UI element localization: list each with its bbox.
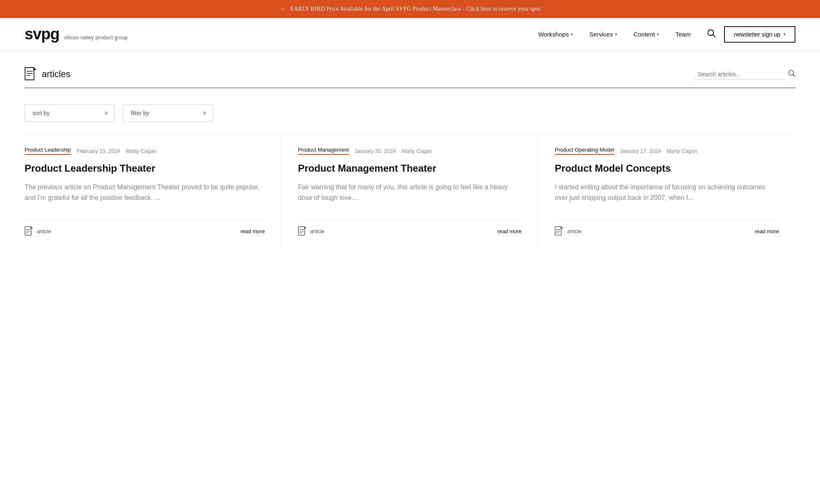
card-date: February 13, 2024: [77, 148, 120, 154]
articles-header: articles: [25, 67, 795, 88]
card-author: Marty Cagan: [126, 148, 156, 154]
article-card: Product Operating Model January 17, 2024…: [538, 134, 795, 248]
sort-by-select[interactable]: sort by: [25, 104, 115, 122]
chevron-down-icon: ▾: [571, 32, 573, 36]
card-footer: article read more: [25, 219, 265, 236]
card-type: article: [567, 228, 581, 234]
nav-item-content[interactable]: Content ▾: [633, 31, 659, 38]
card-excerpt: Fair warning that for many of you, this …: [298, 182, 522, 203]
articles-cards-grid: Product Leadership February 13, 2024 Mar…: [25, 134, 795, 248]
promo-banner[interactable]: → EARLY BIRD Price Available for the Apr…: [0, 0, 820, 18]
card-title[interactable]: Product Leadership Theater: [25, 162, 265, 175]
articles-section: articles sort by filter by: [0, 51, 820, 248]
site-header: svpg silicon valley product group Worksh…: [0, 18, 820, 51]
read-more-link[interactable]: read more: [755, 228, 779, 234]
search-icon: [788, 70, 795, 77]
card-title[interactable]: Product Model Concepts: [555, 162, 779, 175]
logo-tagline: silicon valley product group: [64, 35, 128, 41]
card-meta: Product Management January 30, 2024 Mart…: [298, 147, 522, 155]
card-type: article: [37, 228, 51, 234]
search-icon: [707, 29, 716, 38]
article-search-box: [695, 69, 795, 79]
svg-rect-2: [25, 68, 34, 80]
sort-by-wrap: sort by: [25, 104, 115, 122]
card-meta: Product Leadership February 13, 2024 Mar…: [25, 147, 265, 155]
search-submit-button[interactable]: [788, 70, 795, 79]
card-category[interactable]: Product Leadership: [25, 147, 71, 155]
chevron-down-icon: ▾: [615, 32, 617, 36]
nav-item-workshops[interactable]: Workshops ▾: [538, 31, 573, 38]
main-nav: Workshops ▾ Services ▾ Content ▾ Team: [538, 31, 691, 38]
logo[interactable]: svpg: [25, 25, 59, 43]
article-card: Product Management January 30, 2024 Mart…: [282, 134, 539, 248]
article-icon: [555, 226, 563, 236]
card-title[interactable]: Product Management Theater: [298, 162, 522, 175]
newsletter-label: newsletter sign up: [734, 31, 780, 38]
card-category[interactable]: Product Management: [298, 147, 349, 155]
article-icon: [298, 226, 306, 236]
card-type: article: [310, 228, 325, 234]
card-footer-left: article: [298, 226, 325, 236]
articles-page-title: articles: [42, 69, 71, 79]
card-meta: Product Operating Model January 17, 2024…: [555, 147, 779, 155]
header-search-button[interactable]: [707, 29, 716, 40]
card-category[interactable]: Product Operating Model: [555, 147, 614, 155]
filter-by-wrap: filter by: [123, 104, 213, 122]
read-more-link[interactable]: read more: [240, 228, 264, 234]
filter-by-select[interactable]: filter by: [123, 104, 213, 122]
nav-item-team[interactable]: Team: [675, 31, 690, 38]
read-more-link[interactable]: read more: [497, 228, 522, 234]
article-icon: [25, 226, 33, 236]
chevron-down-icon: ▾: [784, 32, 786, 36]
card-author: Marty Cagan: [667, 148, 697, 154]
article-card: Product Leadership February 13, 2024 Mar…: [25, 134, 282, 248]
card-footer-left: article: [555, 226, 581, 236]
filters-row: sort by filter by: [25, 104, 795, 122]
logo-area[interactable]: svpg silicon valley product group: [25, 25, 128, 43]
nav-item-services[interactable]: Services ▾: [589, 31, 617, 38]
articles-icon: [25, 67, 36, 81]
search-input[interactable]: [695, 69, 785, 79]
card-footer: article read more: [555, 219, 779, 236]
banner-text: EARLY BIRD Price Available for the April…: [290, 6, 540, 12]
chevron-down-icon: ▾: [657, 32, 659, 36]
card-excerpt: The previous article on Product Manageme…: [25, 182, 265, 203]
card-author: Marty Cagan: [401, 148, 432, 154]
card-date: January 30, 2024: [355, 148, 396, 154]
card-footer: article read more: [298, 219, 522, 236]
svg-line-7: [793, 75, 795, 76]
svg-line-1: [713, 35, 715, 37]
banner-arrow-icon: →: [280, 6, 285, 12]
card-footer-left: article: [25, 226, 51, 236]
card-date: January 17, 2024: [620, 148, 661, 154]
articles-title-area: articles: [25, 67, 71, 81]
card-excerpt: I started writing about the importance o…: [555, 182, 779, 203]
newsletter-button[interactable]: newsletter sign up ▾: [724, 26, 795, 43]
